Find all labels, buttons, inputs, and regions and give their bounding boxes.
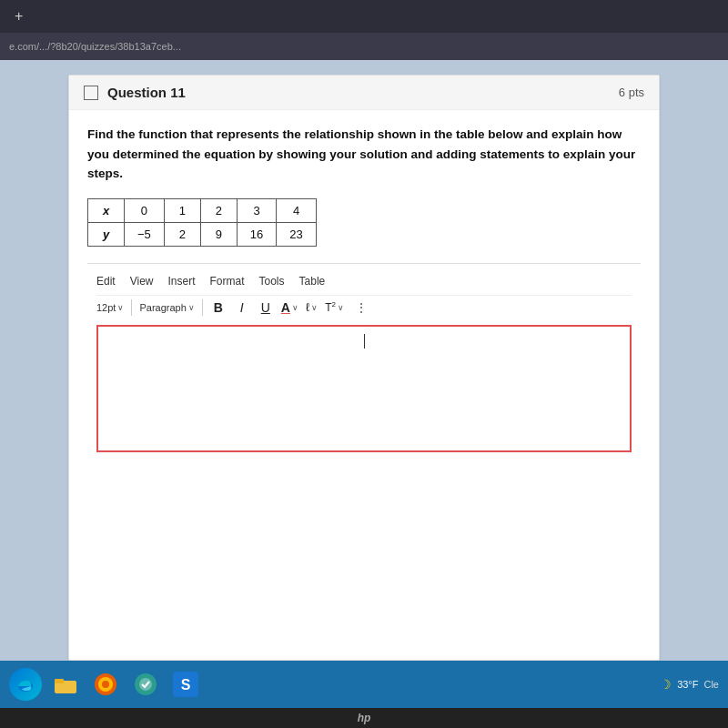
taskbar-edge-icon[interactable] [9, 668, 42, 701]
table-cell-y0: −5 [125, 222, 165, 246]
app1-svg [93, 672, 118, 697]
question-title: Question 11 [107, 85, 186, 100]
moon-icon: ☽ [660, 677, 672, 692]
data-table: x 0 1 2 3 4 y −5 2 9 16 [87, 198, 317, 247]
italic-button[interactable]: I [234, 299, 250, 316]
svg-point-7 [139, 678, 152, 691]
superscript-label: T2 [325, 300, 336, 314]
svg-rect-2 [55, 679, 64, 683]
menu-tools[interactable]: Tools [259, 275, 285, 288]
toolbar-separator-1 [131, 299, 132, 316]
editor-section: Edit View Insert Format Tools Table 12pt… [87, 263, 641, 452]
table-cell-x1: 1 [164, 198, 200, 222]
question-body: Find the function that represents the re… [69, 110, 659, 476]
app3-svg: S [173, 672, 198, 697]
taskbar-right: ☽ 33°F Cle [660, 677, 719, 692]
page-wrapper: + e.com/.../?8b20/quizzes/38b13a7ceb... … [0, 0, 728, 728]
menu-view[interactable]: View [130, 275, 154, 288]
taskbar-folder-icon[interactable] [49, 668, 82, 701]
menu-table[interactable]: Table [299, 275, 326, 288]
editor-toolbar: 12pt ∨ Paragraph ∨ B I U A [96, 295, 632, 319]
table-cell-y2: 9 [200, 222, 237, 246]
folder-svg [54, 674, 77, 694]
superscript-chevron: ∨ [338, 303, 344, 312]
editor-menu-bar: Edit View Insert Format Tools Table [96, 271, 632, 291]
address-bar-row: e.com/.../?8b20/quizzes/38b13a7ceb... [0, 33, 728, 60]
more-options-button[interactable]: ⋮ [355, 300, 368, 315]
browser-bar: + [0, 0, 728, 33]
question-checkbox[interactable] [84, 86, 98, 100]
question-title-area: Question 11 [84, 85, 186, 100]
menu-format[interactable]: Format [210, 275, 245, 288]
table-cell-y-label: y [88, 222, 125, 246]
superscript-dropdown[interactable]: T2 ∨ [325, 300, 344, 314]
font-color-chevron: ∨ [292, 303, 298, 312]
edge-svg [15, 674, 35, 694]
weather-condition: Cle [703, 679, 719, 690]
paragraph-chevron: ∨ [188, 303, 195, 312]
hp-logo: hp [358, 712, 371, 724]
question-points: 6 pts [619, 86, 644, 99]
table-cell-y1: 2 [164, 222, 200, 246]
paragraph-label: Paragraph [139, 302, 186, 313]
font-size-selector[interactable]: 12pt ∨ [96, 302, 124, 313]
menu-insert[interactable]: Insert [167, 275, 195, 288]
question-text: Find the function that represents the re… [87, 125, 641, 184]
taskbar-app1-icon[interactable] [89, 668, 122, 701]
question-card: Question 11 6 pts Find the function that… [68, 75, 660, 661]
taskbar: S ☽ 33°F Cle [0, 661, 728, 708]
font-color-label: A [281, 300, 290, 315]
font-size-chevron: ∨ [117, 303, 124, 312]
hp-bottom-bar: hp [0, 708, 728, 728]
toolbar-separator-2 [202, 299, 203, 316]
table-cell-x0: 0 [125, 198, 165, 222]
text-editor-area[interactable] [96, 325, 632, 452]
font-color-dropdown[interactable]: A ∨ [281, 300, 298, 315]
table-cell-x3: 3 [237, 198, 276, 222]
address-bar[interactable]: e.com/.../?8b20/quizzes/38b13a7ceb... [9, 41, 181, 52]
table-cell-y4: 23 [277, 222, 316, 246]
content-area: Question 11 6 pts Find the function that… [0, 60, 728, 661]
font-size-value: 12pt [96, 302, 116, 313]
app2-svg [133, 672, 158, 697]
highlight-dropdown[interactable]: ℓ ∨ [306, 300, 318, 314]
paragraph-selector[interactable]: Paragraph ∨ [139, 302, 194, 313]
highlight-label: ℓ [306, 300, 309, 314]
weather-temp: 33°F [677, 679, 698, 690]
bold-button[interactable]: B [210, 299, 227, 316]
table-cell-x2: 2 [200, 198, 237, 222]
svg-point-5 [102, 681, 109, 688]
table-row-x: x 0 1 2 3 4 [88, 198, 317, 222]
table-cell-x-label: x [88, 198, 125, 222]
taskbar-app3-icon[interactable]: S [169, 668, 202, 701]
question-header: Question 11 6 pts [69, 76, 659, 110]
svg-text:S: S [181, 677, 191, 693]
taskbar-app2-icon[interactable] [129, 668, 162, 701]
highlight-chevron: ∨ [311, 303, 318, 312]
menu-edit[interactable]: Edit [96, 275, 116, 288]
new-tab-button[interactable]: + [7, 6, 30, 26]
underline-button[interactable]: U [258, 299, 274, 316]
table-cell-x4: 4 [277, 198, 316, 222]
text-cursor [364, 334, 365, 349]
table-cell-y3: 16 [237, 222, 276, 246]
table-row-y: y −5 2 9 16 23 [88, 222, 317, 246]
